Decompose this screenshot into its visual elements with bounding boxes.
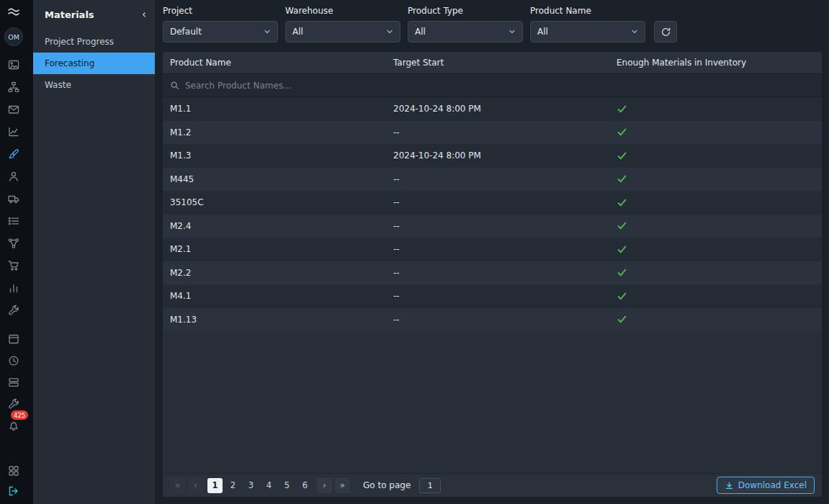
brush-icon[interactable]: [7, 148, 20, 160]
search-input[interactable]: [185, 81, 815, 91]
previous-page-button[interactable]: ‹: [188, 478, 203, 493]
warehouse-select[interactable]: All: [285, 21, 400, 42]
filter-product-type: Product TypeAll: [408, 6, 523, 42]
page-button-3[interactable]: 3: [243, 478, 259, 493]
page-button-1[interactable]: 1: [207, 478, 223, 493]
project-select[interactable]: Default: [163, 21, 278, 42]
cell-product-name: M2.1: [163, 244, 393, 254]
cell-enough-materials: [617, 127, 822, 138]
window-icon[interactable]: [7, 333, 20, 345]
avatar[interactable]: OM: [4, 27, 23, 46]
pagination-bar: « ‹ 123456 › » Go to page Download Excel: [163, 473, 822, 497]
cell-enough-materials: [617, 197, 822, 208]
tools-icon[interactable]: [7, 398, 20, 410]
chevron-down-icon: [508, 28, 516, 35]
next-page-button[interactable]: ›: [317, 478, 332, 493]
avatar-initials: OM: [8, 33, 19, 41]
wrench-icon[interactable]: [7, 305, 20, 316]
network-icon[interactable]: [7, 238, 20, 249]
cell-enough-materials: [617, 291, 822, 302]
refresh-button[interactable]: [654, 21, 677, 42]
column-header-product-name[interactable]: Product Name: [163, 58, 393, 68]
truck-icon[interactable]: [7, 193, 20, 204]
chart-line-icon[interactable]: [7, 126, 20, 138]
app-logo-icon[interactable]: [6, 5, 21, 19]
filter-label: Project: [163, 6, 278, 16]
table-row[interactable]: M1.13--: [163, 308, 822, 332]
list-icon[interactable]: [7, 215, 20, 227]
page-button-4[interactable]: 4: [261, 478, 277, 493]
sidebar-item-waste[interactable]: Waste: [33, 74, 155, 96]
page-buttons: 123456: [207, 478, 313, 493]
bell-icon[interactable]: 425: [7, 420, 20, 431]
table-row[interactable]: M4.1--: [163, 284, 822, 308]
product-name-select[interactable]: All: [530, 21, 645, 42]
download-icon: [725, 481, 734, 490]
table-row[interactable]: M445--: [163, 168, 822, 192]
table-row[interactable]: M1.32024-10-24 8:00 PM: [163, 144, 822, 168]
rail-icons-top: [7, 59, 20, 316]
product-type-select[interactable]: All: [408, 21, 523, 42]
rows-icon[interactable]: [7, 377, 20, 388]
logout-icon[interactable]: [7, 485, 20, 497]
table-empty-space: [163, 331, 822, 473]
collapse-sidebar-icon[interactable]: ‹: [142, 9, 146, 20]
table-search-row: [163, 74, 822, 97]
cell-target-start: --: [393, 197, 617, 207]
bar-chart-icon[interactable]: [7, 282, 20, 294]
notification-badge: 425: [11, 410, 28, 420]
chevron-down-icon: [264, 28, 271, 35]
sitemap-icon[interactable]: [7, 81, 20, 93]
check-icon: [617, 197, 627, 208]
cell-product-name: M2.2: [163, 268, 393, 278]
check-icon: [617, 267, 627, 278]
filter-product-name: Product NameAll: [530, 6, 645, 42]
download-excel-button[interactable]: Download Excel: [717, 477, 815, 494]
first-page-button[interactable]: «: [170, 478, 185, 493]
search-icon: [170, 81, 179, 90]
select-value: All: [415, 27, 426, 37]
go-to-page-input[interactable]: [419, 478, 441, 493]
sidebar-item-forecasting[interactable]: Forecasting: [33, 53, 155, 74]
check-icon: [617, 291, 627, 302]
filter-label: Product Type: [408, 6, 523, 16]
table-row[interactable]: 35105C--: [163, 191, 822, 215]
select-value: All: [292, 27, 303, 37]
cell-target-start: --: [393, 127, 617, 138]
filter-project: ProjectDefault: [163, 6, 278, 42]
cell-target-start: --: [393, 174, 617, 184]
select-value: All: [537, 27, 548, 37]
sidebar: Materials ‹ Project ProgressForecastingW…: [33, 0, 155, 504]
cell-target-start: --: [393, 244, 617, 254]
last-page-button[interactable]: »: [335, 478, 350, 493]
table-row[interactable]: M2.2--: [163, 261, 822, 285]
table-row[interactable]: M1.2--: [163, 121, 822, 145]
column-header-target-start[interactable]: Target Start: [393, 58, 617, 68]
mail-icon[interactable]: [7, 104, 20, 115]
table-row[interactable]: M2.4--: [163, 215, 822, 238]
cell-enough-materials: [617, 244, 822, 255]
sidebar-item-project-progress[interactable]: Project Progress: [33, 31, 155, 53]
table-row[interactable]: M1.12024-10-24 8:00 PM: [163, 97, 822, 121]
cell-target-start: --: [393, 221, 617, 231]
column-header-enough-materials[interactable]: Enough Materials in Inventory: [617, 58, 822, 68]
person-icon[interactable]: [7, 171, 20, 182]
cart-icon[interactable]: [7, 260, 20, 271]
check-icon: [617, 174, 627, 184]
cell-target-start: 2024-10-24 8:00 PM: [393, 150, 617, 161]
filter-label: Warehouse: [285, 6, 400, 16]
cell-target-start: --: [393, 291, 617, 301]
filter-warehouse: WarehouseAll: [285, 6, 400, 42]
cell-enough-materials: [617, 150, 822, 161]
chevron-down-icon: [386, 28, 393, 35]
cell-enough-materials: [617, 174, 822, 184]
table-header-row: Product Name Target Start Enough Materia…: [163, 52, 822, 74]
page-button-2[interactable]: 2: [225, 478, 241, 493]
page-button-6[interactable]: 6: [297, 478, 313, 493]
app-root: OM 425 Materials ‹ Project ProgressForec…: [0, 0, 829, 504]
page-button-5[interactable]: 5: [279, 478, 295, 493]
clock-icon[interactable]: [7, 355, 20, 366]
table-row[interactable]: M2.1--: [163, 238, 822, 261]
grid-icon[interactable]: [7, 465, 20, 477]
image-icon[interactable]: [7, 59, 20, 71]
